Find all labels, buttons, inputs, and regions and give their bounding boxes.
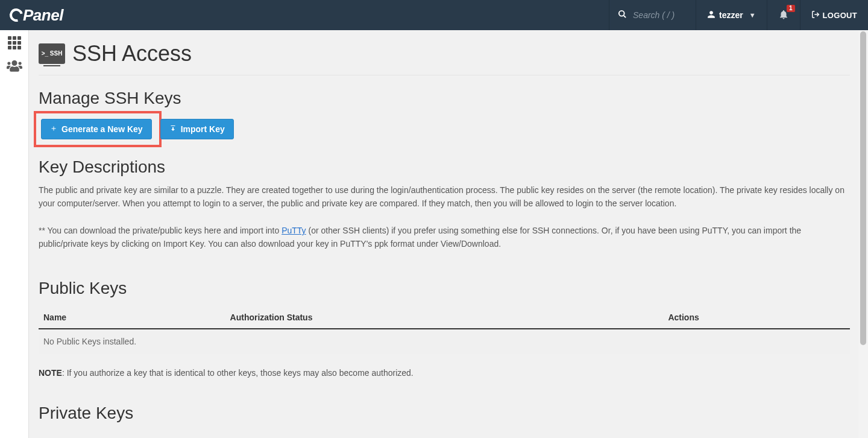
username-label: tezzer	[719, 10, 743, 20]
notifications[interactable]: 1	[767, 0, 800, 30]
search-icon	[618, 10, 627, 21]
page-title: SSH Access	[72, 41, 192, 66]
note-label: NOTE	[39, 368, 62, 378]
sidebar	[0, 30, 29, 438]
svg-point-0	[619, 11, 624, 16]
page-title-row: >_ SSH SSH Access	[39, 36, 850, 75]
public-keys-note: NOTE: If you authorize a key that is ide…	[39, 367, 850, 380]
user-icon	[707, 10, 715, 21]
svg-line-1	[624, 16, 626, 17]
table-header-row: Name Actions	[39, 431, 850, 438]
descriptions-paragraph-1: The public and private key are similar t…	[39, 184, 850, 210]
search-block[interactable]	[609, 0, 696, 30]
key-descriptions-heading: Key Descriptions	[39, 157, 850, 177]
descriptions-paragraph-2: ** You can download the private/public k…	[39, 224, 850, 250]
col-auth-status: Authorization Status	[225, 306, 664, 329]
search-input[interactable]	[633, 10, 687, 20]
public-keys-empty-text: No Public Keys installed.	[39, 329, 850, 354]
col-name: Name	[39, 431, 461, 438]
apps-grid-icon[interactable]	[8, 36, 21, 49]
scrollbar[interactable]	[858, 30, 868, 438]
private-keys-heading: Private Keys	[39, 404, 850, 423]
users-icon[interactable]	[7, 59, 22, 76]
header: Panel tezzer ▼ 1 LOGOUT	[0, 0, 868, 30]
col-name: Name	[39, 306, 225, 329]
col-actions: Actions	[461, 431, 850, 438]
plus-icon	[50, 124, 57, 134]
para2-prefix: ** You can download the private/public k…	[39, 226, 281, 235]
import-key-label: Import Key	[181, 124, 225, 134]
note-text: : If you authorize a key that is identic…	[62, 368, 414, 378]
import-icon	[169, 124, 177, 134]
public-keys-empty-row: No Public Keys installed.	[39, 329, 850, 354]
notification-badge: 1	[787, 5, 795, 12]
import-key-button[interactable]: Import Key	[160, 119, 234, 139]
generate-key-button[interactable]: Generate a New Key	[41, 119, 152, 139]
scrollbar-thumb[interactable]	[860, 31, 866, 345]
key-actions-row: Generate a New Key Import Key	[39, 116, 850, 142]
caret-down-icon: ▼	[749, 11, 756, 19]
header-right: tezzer ▼ 1 LOGOUT	[609, 0, 868, 30]
logout-label: LOGOUT	[823, 11, 857, 20]
page-content: >_ SSH SSH Access Manage SSH Keys Genera…	[29, 30, 868, 438]
public-keys-heading: Public Keys	[39, 279, 850, 298]
public-keys-table: Name Authorization Status Actions No Pub…	[39, 306, 850, 354]
highlight-annotation: Generate a New Key	[34, 111, 162, 147]
cpanel-logo[interactable]: Panel	[10, 6, 63, 25]
logo-text: Panel	[23, 6, 63, 25]
logout-button[interactable]: LOGOUT	[800, 0, 868, 30]
user-menu[interactable]: tezzer ▼	[696, 0, 767, 30]
logout-icon	[811, 10, 820, 21]
col-actions: Actions	[663, 306, 850, 329]
ssh-access-icon: >_ SSH	[39, 43, 65, 64]
putty-link[interactable]: PuTTy	[281, 226, 306, 235]
manage-keys-heading: Manage SSH Keys	[39, 89, 850, 108]
generate-key-label: Generate a New Key	[61, 124, 143, 134]
private-keys-table: Name Actions	[39, 431, 850, 438]
table-header-row: Name Authorization Status Actions	[39, 306, 850, 329]
